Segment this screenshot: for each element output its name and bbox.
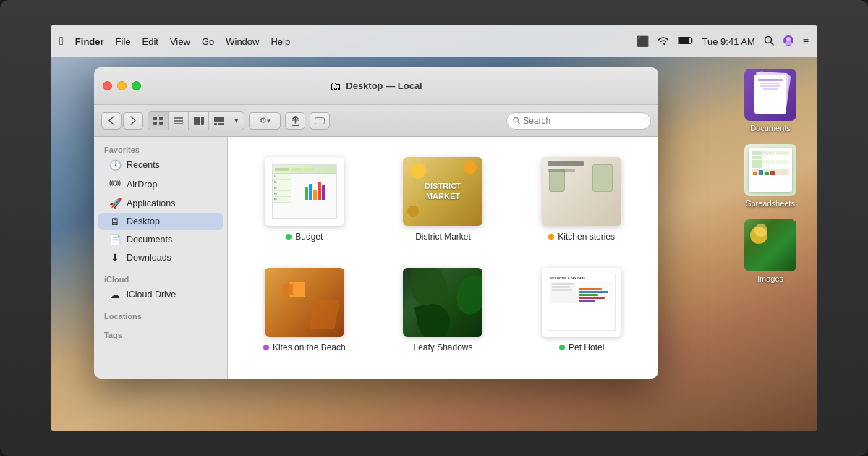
file-item-kitchen-stories[interactable]: Kitchen stories [519, 151, 644, 248]
desktop-icon-documents-label: Documents [750, 124, 791, 132]
desktop-icon-spreadsheets[interactable]: Spreadsheets [738, 144, 803, 208]
sidebar-item-downloads-label: Downloads [127, 253, 171, 263]
close-button[interactable] [103, 81, 112, 90]
control-center-icon[interactable]: ≡ [803, 35, 809, 47]
district-market-thumbnail: DISTRICTMARKET [403, 157, 482, 226]
desktop-icons-area: Documents [738, 69, 803, 283]
svg-line-3 [770, 42, 773, 45]
kitchen-status-dot [548, 234, 554, 240]
user-icon[interactable] [783, 35, 794, 48]
file-item-kites[interactable]: Kites on the Beach [242, 262, 367, 358]
svg-rect-8 [153, 122, 157, 125]
gallery-view-button[interactable] [209, 112, 229, 130]
sidebar-item-icloud-label: iCloud Drive [127, 290, 176, 300]
sidebar-item-downloads[interactable]: ⬇ Downloads [98, 249, 223, 266]
spotlight-icon[interactable] [764, 35, 774, 48]
file-item-pet-hotel[interactable]: PET HOTEL & DAY CARE [519, 262, 644, 358]
window-title: Desktop — Local [346, 80, 422, 91]
spreadsheets-thumbnail [744, 144, 796, 196]
window-title-area: 🗂 Desktop — Local [330, 80, 422, 93]
finder-title-bar: 🗂 Desktop — Local [94, 67, 658, 105]
finder-menu[interactable]: Finder [75, 36, 104, 47]
sidebar: Favorites 🕐 Recents AirDrop 🚀 Applicati [94, 137, 228, 379]
favorites-header: Favorites [94, 143, 227, 156]
desktop-icon-images[interactable]: Images [738, 219, 803, 283]
search-input[interactable] [523, 116, 644, 126]
sidebar-item-applications-label: Applications [127, 198, 175, 208]
sidebar-item-documents[interactable]: 📄 Documents [98, 231, 223, 248]
wifi-icon[interactable] [658, 35, 669, 47]
documents-thumbnail [744, 69, 796, 121]
locations-header: Locations [94, 309, 227, 322]
sidebar-item-icloud-drive[interactable]: ☁ iCloud Drive [98, 286, 223, 303]
help-menu[interactable]: Help [271, 36, 290, 47]
finder-body: Favorites 🕐 Recents AirDrop 🚀 Applicati [94, 137, 658, 379]
file-grid: A R1 R2 R3 R4 [228, 137, 658, 379]
file-item-budget[interactable]: A R1 R2 R3 R4 [242, 151, 367, 248]
documents-icon: 📄 [109, 234, 122, 245]
sidebar-item-documents-label: Documents [127, 235, 172, 245]
sidebar-item-airdrop[interactable]: AirDrop [98, 174, 223, 194]
sidebar-item-desktop[interactable]: 🖥 Desktop [98, 213, 223, 230]
district-market-file-label: District Market [415, 232, 471, 242]
go-menu[interactable]: Go [202, 36, 214, 47]
pet-hotel-thumbnail: PET HOTEL & DAY CARE [542, 268, 621, 337]
desktop-icon-spreadsheets-label: Spreadsheets [746, 199, 795, 208]
finder-toolbar: ▾ ⚙▾ [94, 105, 658, 137]
zoom-button[interactable] [132, 81, 141, 90]
district-text: DISTRICTMARKET [425, 182, 461, 200]
svg-rect-19 [221, 123, 224, 125]
svg-rect-18 [218, 123, 221, 125]
apple-menu[interactable]:  [59, 35, 64, 48]
window-menu[interactable]: Window [226, 36, 259, 47]
action-button[interactable]: ⚙▾ [249, 112, 281, 130]
desktop-icon-images-label: Images [757, 274, 783, 283]
svg-rect-17 [214, 123, 217, 125]
nav-buttons [101, 112, 143, 130]
search-box[interactable] [506, 112, 651, 130]
svg-rect-1 [678, 38, 689, 43]
share-button[interactable] [285, 112, 305, 130]
edit-menu[interactable]: Edit [142, 36, 158, 47]
sidebar-item-recents-label: Recents [127, 160, 160, 170]
sidebar-item-recents[interactable]: 🕐 Recents [98, 156, 223, 174]
svg-rect-9 [159, 122, 163, 125]
file-menu[interactable]: File [116, 36, 131, 47]
battery-icon[interactable] [678, 35, 694, 47]
svg-point-5 [786, 37, 791, 41]
tags-header: Tags [94, 328, 227, 341]
svg-rect-21 [315, 117, 325, 124]
file-item-leafy-shadows[interactable]: Leafy Shadows [381, 262, 506, 358]
svg-rect-16 [214, 117, 224, 122]
svg-point-22 [514, 117, 518, 122]
view-toggle-group: ▾ [148, 111, 244, 130]
sidebar-item-airdrop-label: AirDrop [127, 180, 157, 190]
icloud-header: iCloud [94, 272, 227, 285]
minimize-button[interactable] [117, 81, 127, 90]
images-thumbnail [744, 219, 796, 271]
back-button[interactable] [101, 112, 122, 130]
kites-status-dot [263, 345, 269, 350]
kites-thumbnail [265, 268, 344, 337]
budget-status-dot [286, 234, 292, 240]
budget-thumbnail: A R1 R2 R3 R4 [265, 157, 344, 226]
finder-window: 🗂 Desktop — Local [94, 67, 658, 379]
view-menu[interactable]: View [170, 36, 190, 47]
view-dropdown-button[interactable]: ▾ [229, 112, 244, 130]
forward-button[interactable] [123, 112, 143, 130]
svg-rect-13 [194, 117, 197, 125]
mini-spreadsheet-graphic [749, 148, 792, 192]
budget-file-label: Budget [286, 232, 323, 242]
tag-button[interactable] [310, 112, 330, 130]
column-view-button[interactable] [189, 112, 209, 130]
icon-view-button[interactable] [148, 112, 169, 130]
menubar-time: Tue 9:41 AM [702, 36, 755, 47]
applications-icon: 🚀 [109, 198, 122, 209]
sidebar-item-applications[interactable]: 🚀 Applications [98, 195, 223, 212]
desktop-icon-documents[interactable]: Documents [738, 69, 803, 132]
list-view-button[interactable] [169, 112, 189, 130]
kites-file-label: Kites on the Beach [263, 342, 346, 352]
svg-line-23 [518, 122, 520, 124]
airplay-icon[interactable]: ⬛ [637, 35, 649, 47]
file-item-district-market[interactable]: DISTRICTMARKET District Market [381, 151, 506, 248]
